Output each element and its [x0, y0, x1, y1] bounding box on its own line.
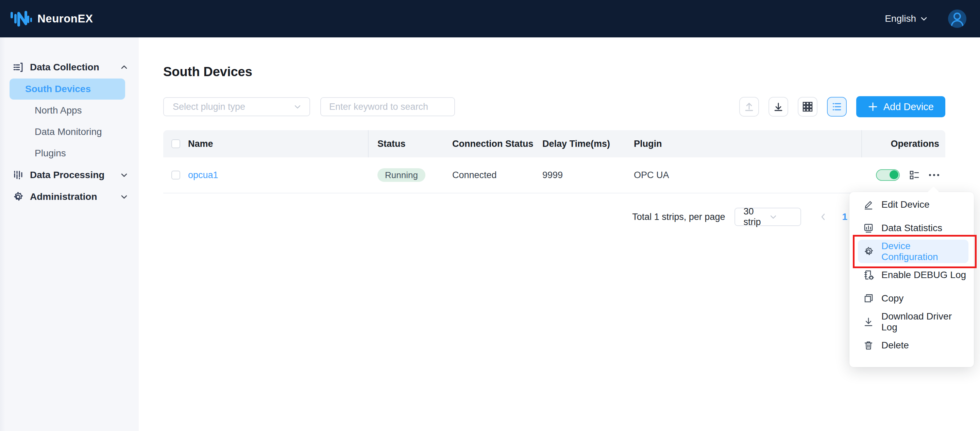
- statistics-icon: [863, 223, 874, 234]
- brand: NeuronEX: [10, 10, 93, 28]
- menu-item-device-configuration[interactable]: Device Configuration: [858, 240, 969, 263]
- sidebar-section-administration[interactable]: Administration: [0, 186, 139, 208]
- plugin-type-select[interactable]: Select plugin type: [163, 97, 310, 116]
- row-checkbox-cell: [163, 171, 188, 180]
- top-navbar: NeuronEX English: [0, 0, 980, 37]
- download-icon: [773, 101, 784, 113]
- device-enabled-toggle[interactable]: [876, 169, 900, 181]
- column-header-status: Status: [368, 130, 452, 157]
- menu-item-label: Delete: [881, 340, 909, 351]
- chevron-down-icon: [120, 192, 129, 201]
- filter-toolbar: Select plugin type: [163, 96, 945, 117]
- navbar-right: English: [885, 10, 966, 28]
- menu-item-download-driver-log[interactable]: Download Driver Log: [858, 310, 969, 334]
- sidebar: Data Collection South Devices North Apps…: [0, 37, 139, 431]
- plugin-type-placeholder: Select plugin type: [173, 102, 293, 112]
- debug-log-icon: [863, 270, 874, 280]
- menu-item-label: Copy: [881, 293, 904, 304]
- chevron-down-icon: [293, 102, 302, 111]
- more-actions-button[interactable]: [929, 174, 939, 176]
- trash-icon: [863, 340, 874, 351]
- list-view-button[interactable]: [827, 97, 847, 116]
- menu-item-delete[interactable]: Delete: [858, 334, 969, 357]
- data-processing-icon: [12, 169, 24, 181]
- sidebar-item-label: Plugins: [35, 148, 66, 159]
- column-header-plugin: Plugin: [634, 139, 861, 149]
- group-list-icon[interactable]: [908, 169, 920, 181]
- menu-item-data-statistics[interactable]: Data Statistics: [858, 216, 969, 240]
- menu-item-enable-debug-log[interactable]: Enable DEBUG Log: [858, 263, 969, 286]
- chevron-up-icon: [120, 63, 129, 72]
- select-all-checkbox[interactable]: [171, 139, 180, 148]
- sidebar-section-data-processing[interactable]: Data Processing: [0, 164, 139, 186]
- upload-icon: [743, 101, 755, 113]
- export-button[interactable]: [768, 97, 788, 116]
- menu-item-label: Data Statistics: [881, 223, 942, 234]
- sidebar-item-plugins[interactable]: Plugins: [10, 143, 125, 164]
- user-icon: [948, 10, 966, 28]
- gear-icon: [863, 246, 874, 257]
- copy-icon: [863, 293, 874, 304]
- download-icon: [863, 316, 874, 327]
- chevron-down-icon: [120, 171, 129, 180]
- device-status-cell: Running: [368, 168, 452, 182]
- menu-item-copy[interactable]: Copy: [858, 286, 969, 310]
- toggle-knob: [889, 170, 898, 179]
- add-device-button[interactable]: Add Device: [856, 96, 945, 117]
- sidebar-item-label: North Apps: [35, 105, 82, 116]
- column-header-connection-status: Connection Status: [452, 139, 542, 149]
- chevron-down-icon: [769, 213, 795, 221]
- table-row: opcua1 Running Connected 9999 OPC UA: [163, 157, 945, 193]
- user-avatar[interactable]: [948, 10, 966, 28]
- pagination-total-text: Total 1 strips, per page: [632, 212, 725, 222]
- menu-item-label: Device Configuration: [881, 241, 969, 262]
- delay-time-cell: 9999: [542, 170, 634, 180]
- menu-item-edit-device[interactable]: Edit Device: [858, 193, 969, 216]
- device-name-link[interactable]: opcua1: [188, 170, 218, 180]
- select-row-checkbox[interactable]: [171, 171, 180, 180]
- table-tools: Add Device: [739, 96, 945, 117]
- page-size-value: 30 strip: [743, 206, 769, 227]
- device-name-cell: opcua1: [188, 170, 368, 180]
- column-header-operations: Operations: [861, 130, 945, 157]
- sidebar-item-label: Data Monitoring: [35, 126, 102, 137]
- table-header-row: Name Status Connection Status Delay Time…: [163, 130, 945, 157]
- page-size-select[interactable]: 30 strip: [735, 208, 801, 226]
- table-header-checkbox-cell: [163, 139, 188, 148]
- column-header-delay-time: Delay Time(ms): [542, 139, 634, 149]
- status-badge: Running: [377, 168, 425, 182]
- menu-item-label: Download Driver Log: [881, 311, 969, 333]
- page-title: South Devices: [163, 64, 945, 80]
- prev-page-button[interactable]: [819, 212, 828, 221]
- menu-item-label: Enable DEBUG Log: [881, 270, 966, 280]
- menu-item-label: Edit Device: [881, 199, 930, 210]
- device-actions-menu: Edit Device Data Statistics Device Confi: [850, 192, 974, 367]
- language-selector[interactable]: English: [885, 13, 928, 24]
- page-number-current[interactable]: 1: [842, 212, 847, 222]
- sidebar-item-label: South Devices: [25, 84, 91, 94]
- plugin-cell: OPC UA: [634, 170, 861, 180]
- grid-view-icon: [802, 101, 813, 113]
- add-device-label: Add Device: [883, 101, 934, 113]
- sidebar-section-label: Administration: [30, 191, 120, 202]
- data-collection-icon: [12, 62, 24, 73]
- search-input[interactable]: [320, 97, 455, 116]
- devices-table: Name Status Connection Status Delay Time…: [163, 130, 945, 193]
- gear-icon: [12, 191, 24, 203]
- language-label: English: [885, 13, 916, 24]
- neuronex-app: NeuronEX English: [0, 0, 980, 431]
- list-view-icon: [831, 101, 843, 113]
- brand-name: NeuronEX: [37, 12, 93, 25]
- sidebar-section-data-collection[interactable]: Data Collection: [0, 56, 139, 78]
- sidebar-item-data-monitoring[interactable]: Data Monitoring: [10, 121, 125, 142]
- sidebar-section-label: Data Processing: [30, 170, 120, 180]
- import-button[interactable]: [739, 97, 759, 116]
- sidebar-item-south-devices[interactable]: South Devices: [10, 78, 125, 100]
- sidebar-item-north-apps[interactable]: North Apps: [10, 100, 125, 121]
- connection-status-cell: Connected: [452, 170, 542, 180]
- chevron-down-icon: [920, 14, 928, 23]
- card-view-button[interactable]: [798, 97, 818, 116]
- edit-icon: [863, 199, 874, 210]
- sidebar-section-label: Data Collection: [30, 62, 120, 73]
- pagination: Total 1 strips, per page 30 strip 1: [163, 208, 945, 226]
